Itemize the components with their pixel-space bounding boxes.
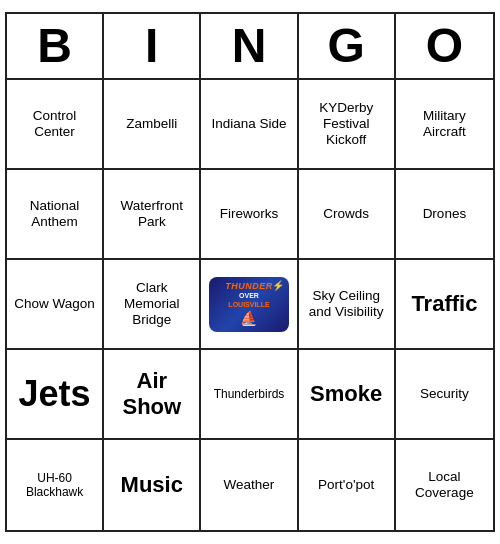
cell-r1c1: Control Center — [7, 80, 104, 170]
cell-r5c3: Weather — [201, 440, 298, 530]
cell-r4c4: Smoke — [299, 350, 396, 440]
cell-r5c2: Music — [104, 440, 201, 530]
thunder-louisville-text: Louisville — [228, 301, 269, 309]
cell-r1c4: KYDerby Festival Kickoff — [299, 80, 396, 170]
cell-r2c4: Crowds — [299, 170, 396, 260]
cell-r1c5: Military Aircraft — [396, 80, 493, 170]
cell-r1c3: Indiana Side — [201, 80, 298, 170]
cell-r3c4: Sky Ceiling and Visibility — [299, 260, 396, 350]
cell-r3c2: Clark Memorial Bridge — [104, 260, 201, 350]
cell-r2c5: Drones — [396, 170, 493, 260]
header-b: B — [7, 14, 104, 78]
cell-r3c5: Traffic — [396, 260, 493, 350]
bingo-card: B I N G O Control Center Zambelli Indian… — [5, 12, 495, 532]
bingo-header: B I N G O — [7, 14, 493, 80]
bingo-grid: Control Center Zambelli Indiana Side KYD… — [7, 80, 493, 530]
thunder-logo: ⚡ THUNDER over Louisville ⛵ — [209, 277, 289, 332]
thunder-boat-icon: ⛵ — [240, 310, 257, 327]
cell-r3c3: ⚡ THUNDER over Louisville ⛵ — [201, 260, 298, 350]
cell-r2c3: Fireworks — [201, 170, 298, 260]
thunder-logo-image: ⚡ THUNDER over Louisville ⛵ — [209, 277, 289, 332]
cell-r4c5: Security — [396, 350, 493, 440]
cell-r1c2: Zambelli — [104, 80, 201, 170]
cell-r5c5: Local Coverage — [396, 440, 493, 530]
header-i: I — [104, 14, 201, 78]
cell-r2c1: National Anthem — [7, 170, 104, 260]
cell-r4c2: Air Show — [104, 350, 201, 440]
cell-r3c1: Chow Wagon — [7, 260, 104, 350]
header-o: O — [396, 14, 493, 78]
cell-r5c1: UH-60 Blackhawk — [7, 440, 104, 530]
thunder-text: THUNDER — [225, 281, 273, 292]
header-n: N — [201, 14, 298, 78]
cell-r2c2: Waterfront Park — [104, 170, 201, 260]
cell-r4c1: Jets — [7, 350, 104, 440]
thunder-over-text: over — [239, 292, 259, 300]
lightning-icon: ⚡ — [272, 280, 284, 292]
cell-r4c3: Thunderbirds — [201, 350, 298, 440]
header-g: G — [299, 14, 396, 78]
cell-r5c4: Port'o'pot — [299, 440, 396, 530]
